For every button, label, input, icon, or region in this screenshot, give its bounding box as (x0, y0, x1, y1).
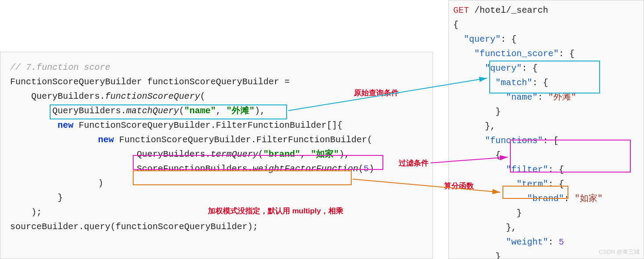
annotation-filter: 过滤条件 (399, 157, 429, 169)
code-line: new FunctionScoreQueryBuilder.FilterFunc… (10, 118, 423, 133)
code-line: { (453, 18, 639, 32)
code-line: } (453, 104, 639, 119)
annotation-original-query: 原始查询条件 (354, 87, 399, 99)
code-line: GET /hotel/_search (453, 3, 639, 18)
code-line: }, (453, 119, 639, 133)
code-comment: // 7.function score (10, 60, 423, 75)
highlight-weight-json (502, 186, 568, 199)
annotation-score-fn: 算分函数 (444, 180, 474, 192)
highlight-match-java (50, 104, 287, 119)
watermark: CSDN @東三城 (599, 247, 640, 256)
code-line: } (10, 191, 423, 205)
code-line: }, (453, 220, 639, 235)
highlight-match-json (489, 61, 600, 94)
highlight-term-json (510, 140, 631, 173)
highlight-term-java (133, 155, 383, 170)
highlight-weight-java (133, 170, 352, 185)
code-line: "query": { (453, 32, 639, 47)
annotation-weight-mode: 加权模式没指定，默认用 multiply，相乘 (208, 205, 343, 217)
code-line: new FunctionScoreQueryBuilder.FilterFunc… (10, 133, 423, 147)
json-code-panel: GET /hotel/_search { "query": { "functio… (448, 0, 644, 259)
code-line: sourceBuilder.query(functionScoreQueryBu… (10, 219, 423, 234)
code-line: "function_score": { (453, 47, 639, 61)
code-line: } (453, 206, 639, 220)
